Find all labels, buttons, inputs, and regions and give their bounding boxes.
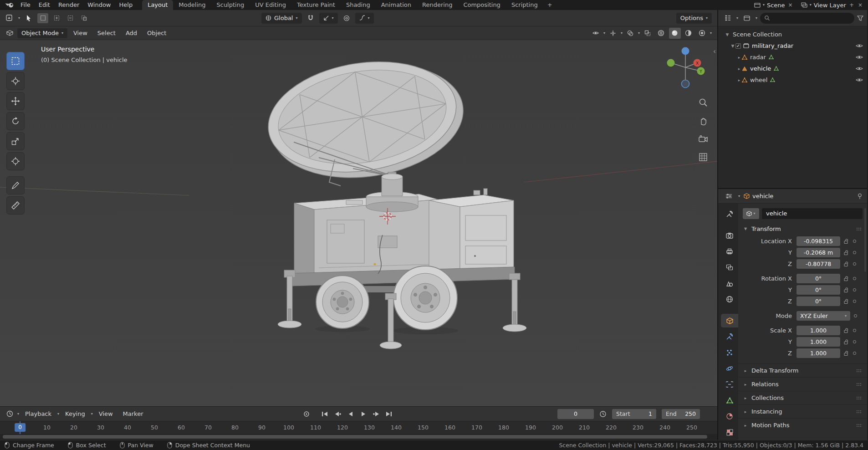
scale-z-field[interactable]: 1.000: [797, 348, 840, 358]
disclosure-icon[interactable]: ▸: [736, 55, 742, 60]
add-view-layer-icon[interactable]: +: [848, 2, 855, 8]
lock-icon[interactable]: [843, 287, 849, 293]
tool-move[interactable]: [6, 92, 25, 110]
tab-particles[interactable]: [721, 346, 738, 359]
animate-dot[interactable]: [853, 288, 856, 291]
transform-orientation-dropdown[interactable]: Global ▾: [261, 13, 302, 24]
tab-physics[interactable]: [721, 362, 738, 375]
mode-dropdown[interactable]: Object Mode ▾: [17, 28, 67, 38]
menu-marker[interactable]: Marker: [119, 407, 148, 421]
tool-measure[interactable]: [6, 196, 25, 215]
properties-scrollbar[interactable]: [864, 208, 866, 272]
rotation-mode-dropdown[interactable]: XYZ Euler ▾: [797, 311, 850, 321]
workspace-tab-compositing[interactable]: Compositing: [458, 0, 506, 10]
transform-panel-header[interactable]: ▼ Transform: [738, 224, 867, 235]
camera-view-icon[interactable]: [696, 132, 710, 146]
select-mode-intersect-button[interactable]: [78, 13, 89, 23]
disclosure-icon[interactable]: ▸: [736, 66, 742, 71]
location-z-field[interactable]: -0.80778: [797, 259, 840, 269]
animate-dot[interactable]: [853, 352, 856, 355]
snap-magnet-icon[interactable]: [305, 13, 317, 24]
animate-dot[interactable]: [853, 329, 856, 332]
timeline-editor-type-icon[interactable]: [4, 409, 15, 419]
select-mode-subtract-button[interactable]: [65, 13, 76, 23]
tool-rotate[interactable]: [6, 112, 25, 130]
tab-constraints[interactable]: [721, 378, 738, 391]
rotation-z-field[interactable]: 0°: [797, 297, 840, 306]
section-delta-transform[interactable]: ▸ Delta Transform: [738, 363, 867, 377]
rotation-x-field[interactable]: 0°: [797, 274, 840, 283]
menu-file[interactable]: File: [16, 0, 35, 10]
menu-playback[interactable]: Playback: [21, 407, 56, 421]
tab-object[interactable]: [721, 314, 738, 327]
tab-object-data[interactable]: [721, 394, 738, 407]
zoom-icon[interactable]: [696, 96, 710, 109]
xray-toggle-icon[interactable]: [642, 28, 654, 39]
scene-browse-icon[interactable]: [754, 2, 761, 8]
panel-drag-dots-icon[interactable]: [856, 424, 863, 427]
pan-hand-icon[interactable]: [696, 114, 710, 128]
collection-checkbox[interactable]: ✓: [735, 43, 741, 49]
scene-unlink-icon[interactable]: ×: [787, 2, 794, 8]
workspace-tab-modeling[interactable]: Modeling: [173, 0, 211, 10]
breadcrumb-object-name[interactable]: vehicle: [752, 193, 773, 199]
pin-icon[interactable]: [857, 193, 863, 199]
outliner-display-mode-dropdown[interactable]: [741, 13, 753, 24]
add-workspace-button[interactable]: +: [543, 0, 557, 10]
object-id-dropdown[interactable]: ▾: [743, 208, 759, 219]
animate-dot[interactable]: [854, 314, 857, 317]
animate-dot[interactable]: [853, 277, 856, 280]
lock-icon[interactable]: [843, 261, 849, 267]
tab-texture[interactable]: [721, 425, 738, 439]
next-keyframe-button[interactable]: [370, 409, 382, 419]
jump-to-end-button[interactable]: [383, 409, 394, 419]
panel-drag-dots-icon[interactable]: [856, 396, 863, 400]
scene-selector[interactable]: ▾ Scene ×: [754, 2, 794, 9]
animate-dot[interactable]: [853, 240, 856, 243]
section-collections[interactable]: ▸ Collections: [738, 391, 867, 404]
tab-render[interactable]: [721, 229, 738, 242]
tool-transform[interactable]: [6, 152, 25, 170]
disclosure-icon[interactable]: ▼: [730, 44, 735, 48]
section-relations[interactable]: ▸ Relations: [738, 377, 867, 391]
tab-view-layer[interactable]: [721, 261, 738, 274]
workspace-tab-animation[interactable]: Animation: [376, 0, 417, 10]
view-layer-selector[interactable]: ▾ View Layer + ×: [801, 2, 863, 9]
eye-icon[interactable]: [856, 77, 863, 82]
shading-material-button[interactable]: [683, 28, 694, 39]
menu-render[interactable]: Render: [54, 0, 83, 10]
section-motion-paths[interactable]: ▸ Motion Paths: [738, 418, 867, 432]
active-tool-icon[interactable]: [23, 13, 35, 24]
filter-icon[interactable]: [857, 15, 863, 21]
lock-icon[interactable]: [843, 298, 849, 304]
select-mode-new-button[interactable]: [37, 13, 48, 23]
tool-annotate[interactable]: [6, 176, 25, 194]
animate-dot[interactable]: [853, 300, 856, 303]
disclosure-icon[interactable]: ▼: [725, 32, 730, 37]
axis-gizmo[interactable]: X Y: [664, 43, 706, 91]
disclosure-icon[interactable]: ▸: [736, 78, 742, 82]
eye-icon[interactable]: [856, 66, 863, 71]
tab-world[interactable]: [721, 292, 738, 306]
auto-keying-toggle[interactable]: [301, 409, 312, 419]
viewport-editor-type-icon[interactable]: [4, 28, 15, 39]
prev-keyframe-button[interactable]: [332, 409, 343, 419]
outliner-row-collection[interactable]: ▼ ✓ military_radar: [718, 40, 867, 51]
tool-box-select[interactable]: [6, 52, 25, 70]
menu-view[interactable]: View: [69, 26, 92, 40]
object-visibility-dropdown[interactable]: [590, 28, 602, 39]
tool-scale[interactable]: [6, 132, 25, 150]
panel-drag-dots-icon[interactable]: [856, 369, 863, 373]
scene-collection-label[interactable]: Scene Collection: [733, 31, 782, 38]
outliner-search-input[interactable]: [760, 13, 854, 24]
options-dropdown[interactable]: Options ▾: [676, 13, 712, 24]
menu-keying[interactable]: Keying: [61, 407, 89, 421]
object-name-field[interactable]: vehicle: [762, 208, 863, 219]
proportional-falloff-dropdown[interactable]: ▾: [355, 13, 374, 24]
menu-edit[interactable]: Edit: [35, 0, 54, 10]
frame-start-field[interactable]: Start1: [612, 409, 656, 419]
tool-cursor[interactable]: [6, 72, 25, 90]
workspace-tab-scripting[interactable]: Scripting: [506, 0, 543, 10]
location-x-field[interactable]: -0.098315: [797, 236, 840, 246]
properties-editor-type-icon[interactable]: [723, 191, 735, 202]
